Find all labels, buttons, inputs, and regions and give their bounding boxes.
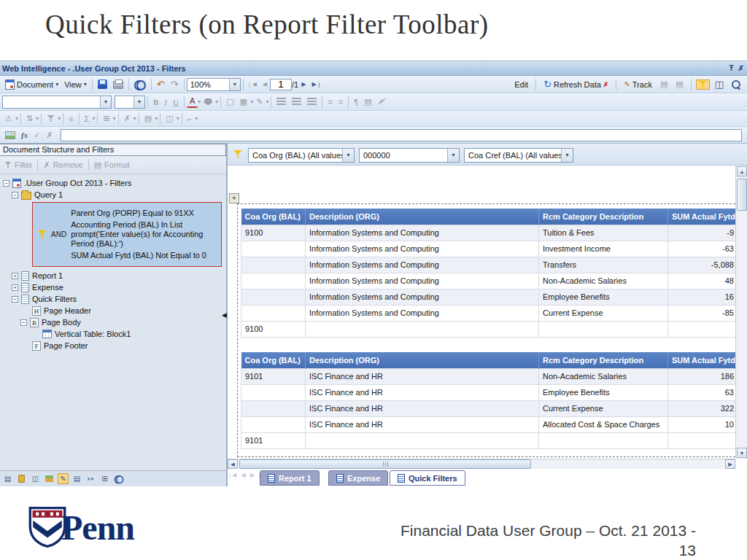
chevron-down-icon[interactable]: ▾: [133, 115, 136, 122]
column-header[interactable]: SUM Actual Fytd (B: [668, 209, 736, 225]
tree-item-report1[interactable]: + Report 1: [0, 270, 226, 281]
remove-action[interactable]: Remove: [53, 160, 83, 169]
save-button[interactable]: [95, 78, 110, 90]
sum-button[interactable]: Σ: [82, 113, 93, 125]
collapse-toggle[interactable]: −: [12, 192, 18, 198]
tree-item-page-header[interactable]: H Page Header: [0, 305, 226, 316]
refresh-data-button[interactable]: ↻ Refresh Data ✗: [541, 77, 611, 91]
tree-item-query1[interactable]: − Query 1: [0, 189, 226, 201]
background-color-button[interactable]: [201, 97, 215, 107]
data-table-9100[interactable]: Coa Org (BAL) Description (ORG) Rcm Cate…: [241, 209, 735, 338]
view-menu[interactable]: View ▾: [61, 79, 90, 90]
horizontal-scroll-thumb[interactable]: [239, 459, 531, 469]
table-style-button[interactable]: ▦: [237, 96, 250, 108]
border-button[interactable]: ▢: [223, 96, 236, 108]
tree-item-quick-filters[interactable]: − Quick Filters: [0, 293, 226, 305]
next-page-button[interactable]: ▶: [298, 79, 309, 89]
font-size-select[interactable]: ▾: [115, 96, 145, 109]
tree-item-page-body[interactable]: − B Page Body: [0, 316, 226, 328]
chevron-down-icon[interactable]: ▾: [113, 115, 116, 122]
revision-icon[interactable]: ▤: [657, 78, 670, 90]
tree-item-expense[interactable]: + Expense: [0, 281, 226, 293]
column-header[interactable]: Rcm Category Description: [539, 352, 668, 368]
collapse-toggle[interactable]: −: [12, 296, 18, 303]
wrap-text-button[interactable]: ¶: [351, 96, 361, 108]
document-summary-tab[interactable]: [16, 473, 27, 484]
pivot-button[interactable]: ⊞: [100, 112, 112, 125]
available-objects-tab[interactable]: [44, 473, 55, 484]
first-page-button[interactable]: |◀: [246, 79, 260, 89]
font-color-button[interactable]: A: [187, 96, 198, 108]
scroll-left-button[interactable]: ◀: [228, 459, 238, 469]
tab-expense[interactable]: Expense: [328, 470, 388, 486]
italic-button[interactable]: I: [161, 96, 170, 108]
tree-item-page-footer[interactable]: F Page Footer: [0, 340, 226, 351]
tree-item-document[interactable]: − .User Group Oct 2013 - Filters: [0, 177, 226, 189]
block-move-handle[interactable]: +: [229, 193, 239, 203]
properties-tab[interactable]: ▤: [71, 473, 82, 484]
formula-editor-button[interactable]: fx: [18, 129, 31, 141]
panel-collapse-arrow[interactable]: ◀: [222, 311, 227, 319]
bold-button[interactable]: B: [150, 96, 161, 108]
formula-style-button[interactable]: ✎: [253, 96, 266, 108]
print-button[interactable]: [110, 78, 126, 90]
tree-item-block1[interactable]: Vertical Table: Block1: [0, 328, 226, 340]
find-button[interactable]: [131, 79, 149, 90]
column-header[interactable]: Description (ORG): [306, 352, 539, 368]
expand-toggle[interactable]: +: [12, 273, 18, 279]
scroll-right-button[interactable]: ▶: [725, 459, 735, 469]
zoom-select[interactable]: 100% ▾: [187, 78, 241, 91]
undo-button[interactable]: ↶: [154, 77, 168, 91]
chevron-down-icon[interactable]: ▾: [177, 115, 179, 122]
valign-top-button[interactable]: =: [325, 96, 335, 108]
filter-button[interactable]: [44, 114, 58, 124]
input-controls-tab[interactable]: ↦: [85, 473, 96, 484]
query-filter-summary[interactable]: AND Parent Org (PORP) Equal to 91XX Acco…: [32, 202, 222, 267]
align-left-button[interactable]: [274, 96, 289, 107]
navigation-map-tab[interactable]: ▤: [2, 473, 13, 484]
chevron-down-icon[interactable]: ▾: [15, 115, 18, 122]
insert-image-button[interactable]: [2, 130, 18, 141]
clear-format-button[interactable]: [375, 97, 390, 107]
align-center-button[interactable]: [289, 96, 304, 107]
find-tab[interactable]: [113, 473, 124, 484]
tab-report1[interactable]: Report 1: [260, 470, 320, 486]
column-header[interactable]: Description (ORG): [306, 209, 539, 225]
page-number-input[interactable]: [270, 79, 292, 90]
prev-page-button[interactable]: ◀: [260, 79, 270, 89]
document-structure-tab[interactable]: ✎: [58, 473, 69, 484]
chevron-down-icon[interactable]: ▾: [215, 98, 218, 105]
vertical-scrollbar[interactable]: ▲ ▼: [735, 166, 747, 459]
edit-button[interactable]: Edit: [511, 79, 531, 90]
ruler-button[interactable]: ⌐: [185, 113, 195, 125]
chevron-down-icon[interactable]: ▾: [155, 115, 158, 122]
track-changes-button[interactable]: ✎ Track: [621, 79, 654, 90]
scroll-down-button[interactable]: ▼: [737, 448, 747, 458]
redo-button[interactable]: ↷: [168, 77, 182, 91]
zoom-tool-button[interactable]: [729, 79, 743, 90]
order-button[interactable]: ◫: [163, 112, 176, 125]
chevron-down-icon[interactable]: ▾: [266, 98, 268, 105]
vertical-scroll-thumb[interactable]: [737, 179, 747, 211]
valign-bottom-button[interactable]: =: [336, 96, 346, 108]
revision-compare-icon[interactable]: ▤: [673, 78, 686, 90]
duplicate-button[interactable]: ▤: [142, 112, 155, 125]
report-filter-toolbar-toggle[interactable]: [696, 79, 710, 90]
collapse-toggle[interactable]: −: [3, 180, 9, 187]
fund-filter-dropdown[interactable]: 000000 ▾: [359, 148, 460, 163]
chevron-down-icon[interactable]: ▾: [195, 115, 198, 122]
scroll-up-button[interactable]: ▲: [737, 166, 747, 176]
coa-cref-filter-dropdown[interactable]: Coa Cref (BAL) (All values) ▾: [464, 148, 573, 163]
alerters-button[interactable]: ⚠: [2, 112, 15, 125]
breaks-button[interactable]: ≡: [66, 113, 76, 125]
merge-cells-button[interactable]: ▤: [361, 96, 374, 108]
expand-toggle[interactable]: +: [12, 284, 18, 291]
panel-layout-button[interactable]: ◫: [712, 77, 727, 91]
tab-quick-filters[interactable]: Quick Filters: [390, 470, 465, 486]
underline-button[interactable]: U: [170, 96, 182, 108]
column-header[interactable]: Coa Org (BAL): [241, 209, 306, 225]
column-header[interactable]: Coa Org (BAL): [241, 352, 306, 368]
coa-org-filter-dropdown[interactable]: Coa Org (BAL) (All values) ▾: [248, 148, 355, 163]
chevron-down-icon[interactable]: ▾: [92, 115, 95, 122]
delete-button[interactable]: ✗: [121, 112, 133, 125]
